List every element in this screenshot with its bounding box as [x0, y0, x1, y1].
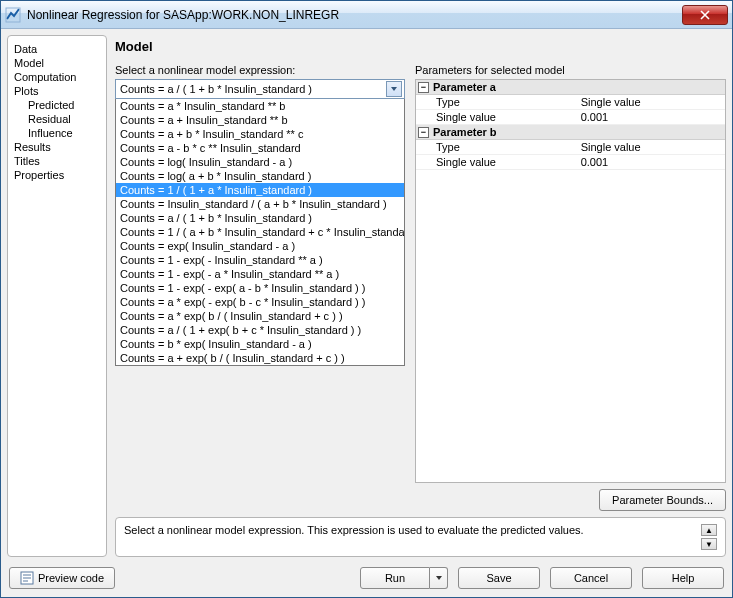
- combo-value: Counts = a / ( 1 + b * Insulin_standard …: [120, 83, 386, 95]
- nav-data[interactable]: Data: [12, 42, 102, 56]
- run-split-button[interactable]: Run: [360, 567, 448, 589]
- bottom-bar: Preview code Run Save Cancel Help: [7, 563, 726, 591]
- model-expression-combo[interactable]: Counts = a / ( 1 + b * Insulin_standard …: [115, 79, 405, 99]
- run-dropdown-arrow[interactable]: [430, 567, 448, 589]
- nav-results[interactable]: Results: [12, 140, 102, 154]
- hint-text: Select a nonlinear model expression. Thi…: [124, 524, 701, 536]
- dropdown-option[interactable]: Counts = 1 - exp( - a * Insulin_standard…: [116, 267, 404, 281]
- param-group-label: Parameter a: [433, 81, 496, 93]
- dropdown-option[interactable]: Counts = 1 / ( a + b * Insulin_standard …: [116, 225, 404, 239]
- param-row: TypeSingle value: [416, 95, 725, 110]
- parameters-grid: −Parameter aTypeSingle valueSingle value…: [415, 79, 726, 483]
- cancel-button[interactable]: Cancel: [550, 567, 632, 589]
- collapse-icon[interactable]: −: [418, 82, 429, 93]
- window-title: Nonlinear Regression for SASApp:WORK.NON…: [27, 8, 682, 22]
- combo-label: Select a nonlinear model expression:: [115, 64, 405, 76]
- param-group-header[interactable]: −Parameter a: [416, 80, 725, 95]
- nav-plots[interactable]: Plots: [12, 84, 102, 98]
- param-key: Single value: [416, 110, 577, 124]
- hint-panel: Select a nonlinear model expression. Thi…: [115, 517, 726, 557]
- param-value[interactable]: Single value: [577, 140, 725, 154]
- nav-plots-influence[interactable]: Influence: [26, 126, 102, 140]
- save-button[interactable]: Save: [458, 567, 540, 589]
- model-expression-dropdown[interactable]: Counts = a * Insulin_standard ** bCounts…: [115, 99, 405, 366]
- param-row: Single value0.001: [416, 155, 725, 170]
- dropdown-option[interactable]: Counts = a + b * Insulin_standard ** c: [116, 127, 404, 141]
- param-row: Single value0.001: [416, 110, 725, 125]
- preview-code-label: Preview code: [38, 572, 104, 584]
- main-panel: Model Select a nonlinear model expressio…: [115, 35, 726, 557]
- parameter-bounds-button[interactable]: Parameter Bounds...: [599, 489, 726, 511]
- nav-titles[interactable]: Titles: [12, 154, 102, 168]
- dropdown-option[interactable]: Counts = a + exp( b / ( Insulin_standard…: [116, 351, 404, 365]
- dropdown-option[interactable]: Counts = a * exp( - exp( b - c * Insulin…: [116, 295, 404, 309]
- dropdown-option[interactable]: Counts = a * Insulin_standard ** b: [116, 99, 404, 113]
- titlebar: Nonlinear Regression for SASApp:WORK.NON…: [1, 1, 732, 29]
- dropdown-option[interactable]: Counts = log( Insulin_standard - a ): [116, 155, 404, 169]
- param-value[interactable]: Single value: [577, 95, 725, 109]
- nav-computation[interactable]: Computation: [12, 70, 102, 84]
- param-group-label: Parameter b: [433, 126, 497, 138]
- app-icon: [5, 7, 21, 23]
- param-group-header[interactable]: −Parameter b: [416, 125, 725, 140]
- param-value[interactable]: 0.001: [577, 110, 725, 124]
- nav-plots-predicted[interactable]: Predicted: [26, 98, 102, 112]
- run-button[interactable]: Run: [360, 567, 430, 589]
- dropdown-option[interactable]: Counts = log( a + b * Insulin_standard ): [116, 169, 404, 183]
- dropdown-option[interactable]: Counts = a + Insulin_standard ** b: [116, 113, 404, 127]
- dropdown-option[interactable]: Counts = 1 - exp( - exp( a - b * Insulin…: [116, 281, 404, 295]
- content: Data Model Computation Plots Predicted R…: [1, 29, 732, 597]
- dropdown-option[interactable]: Counts = a - b * c ** Insulin_standard: [116, 141, 404, 155]
- dropdown-option[interactable]: Counts = a / ( 1 + exp( b + c * Insulin_…: [116, 323, 404, 337]
- close-button[interactable]: [682, 5, 728, 25]
- preview-icon: [20, 571, 34, 585]
- param-key: Type: [416, 140, 577, 154]
- hint-spinner-down[interactable]: ▼: [701, 538, 717, 550]
- param-key: Type: [416, 95, 577, 109]
- hint-spinner-up[interactable]: ▲: [701, 524, 717, 536]
- help-button[interactable]: Help: [642, 567, 724, 589]
- nav-panel: Data Model Computation Plots Predicted R…: [7, 35, 107, 557]
- dropdown-option[interactable]: Counts = b * exp( Insulin_standard - a ): [116, 337, 404, 351]
- nav-model[interactable]: Model: [12, 56, 102, 70]
- hint-spinner: ▲ ▼: [701, 524, 717, 550]
- collapse-icon[interactable]: −: [418, 127, 429, 138]
- dialog-window: Nonlinear Regression for SASApp:WORK.NON…: [0, 0, 733, 598]
- preview-code-button[interactable]: Preview code: [9, 567, 115, 589]
- dropdown-option[interactable]: Counts = Insulin_standard / ( a + b * In…: [116, 197, 404, 211]
- parameters-label: Parameters for selected model: [415, 64, 726, 76]
- nav-properties[interactable]: Properties: [12, 168, 102, 182]
- param-key: Single value: [416, 155, 577, 169]
- dropdown-option[interactable]: Counts = a / ( 1 + b * Insulin_standard …: [116, 211, 404, 225]
- dropdown-option[interactable]: Counts = 1 / ( 1 + a * Insulin_standard …: [116, 183, 404, 197]
- dropdown-option[interactable]: Counts = a * exp( b / ( Insulin_standard…: [116, 309, 404, 323]
- dropdown-option[interactable]: Counts = 1 - exp( - Insulin_standard ** …: [116, 253, 404, 267]
- chevron-down-icon[interactable]: [386, 81, 402, 97]
- model-expression-column: Select a nonlinear model expression: Cou…: [115, 64, 405, 517]
- page-heading: Model: [115, 35, 726, 64]
- param-value[interactable]: 0.001: [577, 155, 725, 169]
- parameters-column: Parameters for selected model −Parameter…: [415, 64, 726, 517]
- param-row: TypeSingle value: [416, 140, 725, 155]
- dropdown-option[interactable]: Counts = exp( Insulin_standard - a ): [116, 239, 404, 253]
- nav-plots-residual[interactable]: Residual: [26, 112, 102, 126]
